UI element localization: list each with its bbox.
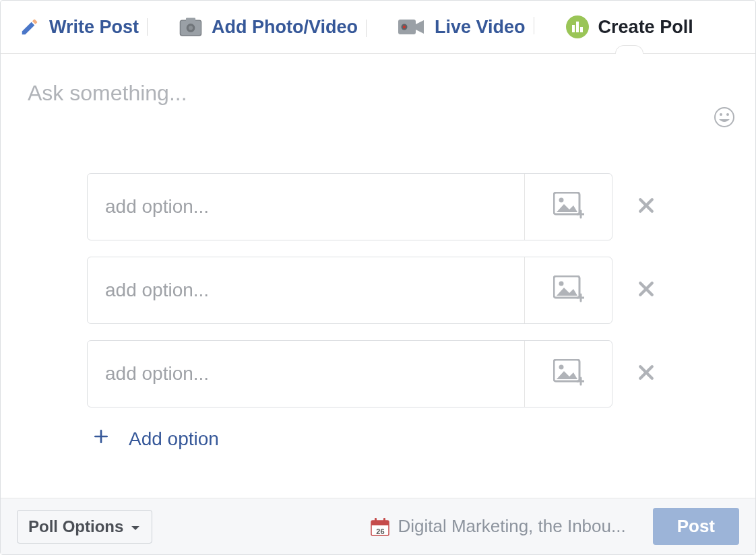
svg-point-12 — [715, 108, 734, 127]
composer-tabs: Write Post Add Photo/Video Live Video Cr… — [1, 1, 755, 54]
post-target-text: Digital Marketing, the Inbou... — [398, 516, 625, 537]
post-target-selector[interactable]: 26 Digital Marketing, the Inbou... — [371, 516, 625, 537]
svg-point-13 — [720, 113, 722, 116]
svg-rect-9 — [572, 25, 575, 32]
post-button[interactable]: Post — [653, 508, 739, 545]
svg-point-16 — [559, 198, 563, 203]
poll-option-box — [87, 340, 612, 407]
svg-rect-11 — [580, 27, 583, 32]
svg-point-14 — [726, 113, 729, 116]
remove-option-button[interactable] — [633, 193, 660, 220]
tab-label: Live Video — [435, 18, 526, 36]
svg-rect-30 — [383, 518, 385, 522]
tab-create-poll[interactable]: Create Poll — [546, 15, 714, 53]
poll-bars-icon — [566, 15, 589, 38]
calendar-icon: 26 — [371, 517, 389, 536]
remove-option-button[interactable] — [633, 277, 660, 304]
image-add-icon — [553, 359, 584, 389]
close-icon — [636, 195, 656, 218]
svg-rect-28 — [371, 521, 389, 525]
svg-rect-29 — [375, 518, 377, 522]
add-option-label: Add option — [129, 428, 219, 450]
composer-footer: Poll Options 26 Digital Marketing, the I… — [1, 498, 755, 554]
calendar-day: 26 — [371, 527, 389, 535]
add-option-image-button[interactable] — [524, 257, 612, 323]
poll-option-row — [87, 340, 660, 407]
svg-rect-10 — [576, 22, 579, 32]
svg-point-3 — [189, 26, 193, 30]
tab-label: Create Poll — [598, 18, 693, 36]
poll-options-list: Add option — [87, 173, 660, 450]
tab-add-photo-video[interactable]: Add Photo/Video — [159, 17, 378, 52]
poll-options-dropdown[interactable]: Poll Options — [17, 510, 152, 544]
poll-option-row — [87, 173, 660, 240]
svg-point-24 — [559, 365, 563, 370]
pencil-icon — [20, 17, 40, 37]
camera-icon — [179, 17, 202, 37]
svg-point-20 — [559, 282, 563, 286]
add-option-button[interactable]: Add option — [92, 428, 660, 450]
remove-option-button[interactable] — [633, 360, 660, 387]
image-add-icon — [553, 192, 584, 222]
poll-options-label: Poll Options — [28, 517, 123, 536]
plus-icon — [92, 428, 110, 450]
poll-option-input[interactable] — [88, 174, 524, 240]
chevron-down-icon — [130, 517, 141, 536]
tab-live-video[interactable]: Live Video — [378, 18, 546, 51]
smiley-icon — [714, 119, 735, 130]
poll-option-input[interactable] — [88, 257, 524, 323]
close-icon — [636, 362, 656, 385]
emoji-picker-button[interactable] — [714, 106, 735, 131]
poll-question-input[interactable] — [28, 81, 728, 112]
svg-point-7 — [403, 26, 406, 28]
add-option-image-button[interactable] — [524, 341, 612, 407]
tab-label: Add Photo/Video — [212, 18, 358, 36]
composer-body: Add option — [1, 54, 755, 498]
image-add-icon — [553, 275, 584, 305]
poll-option-input[interactable] — [88, 341, 524, 407]
post-composer-card: Write Post Add Photo/Video Live Video Cr… — [0, 0, 756, 555]
svg-rect-4 — [186, 18, 195, 22]
close-icon — [636, 279, 656, 302]
add-option-image-button[interactable] — [524, 174, 612, 240]
tab-write-post[interactable]: Write Post — [20, 17, 159, 52]
poll-option-box — [87, 173, 612, 240]
poll-option-row — [87, 257, 660, 324]
video-camera-icon — [398, 18, 425, 36]
tab-label: Write Post — [49, 18, 139, 36]
poll-option-box — [87, 257, 612, 324]
